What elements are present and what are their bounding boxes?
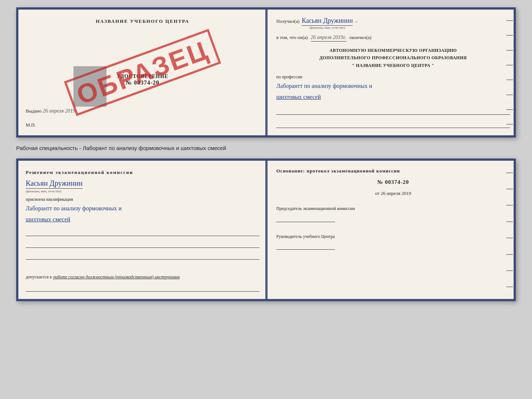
upper-cert-title: НАЗВАНИЕ УЧЕБНОГО ЦЕНТРА: [26, 18, 259, 24]
poluchil-label: Получил(а): [276, 18, 299, 24]
qualification-line2: шихтовых смесей: [26, 215, 259, 224]
prisvoena-label: присвоена квалификация: [26, 197, 259, 202]
dopuskaetsya-block: допускается к работе согласно должностны…: [26, 267, 259, 280]
lower-spine-lines: [506, 161, 514, 299]
rukovoditel-label: Руководитель учебного Центра: [276, 233, 510, 240]
lower-underline-2: [26, 240, 259, 248]
underline-1: [276, 107, 510, 115]
issued-line: Выдано 26 апреля 2019: [26, 108, 259, 114]
vtom-line: в том, что он(а) 26 апреля 2019г. окончи…: [276, 35, 510, 42]
lower-name-block: Касьян Дружинин (фамилия, имя, отчество): [26, 179, 259, 193]
rukovoditel-block: Руководитель учебного Центра: [276, 233, 510, 250]
osnovanie-header: Основание: протокол экзаменационной коми…: [276, 168, 510, 174]
org-block: АВТОНОМНУЮ НЕКОММЕРЧЕСКУЮ ОРГАНИЗАЦИЮ ДО…: [276, 47, 510, 69]
lower-underline-4: [26, 284, 259, 292]
underline-2: [276, 120, 510, 128]
org-line3: " НАЗВАНИЕ УЧЕБНОГО ЦЕНТРА ": [276, 62, 510, 69]
lower-underline-1: [26, 228, 259, 236]
lower-left-page: Решением экзаменационной комиссии Касьян…: [18, 161, 267, 299]
photo-placeholder: [73, 66, 107, 107]
profession-line2: шихтовых смесей: [276, 92, 510, 102]
profession-line1: Лаборантт по анализу формовочных и: [276, 81, 510, 91]
predsedatel-label: Председатель экзаменационной комиссии: [276, 205, 510, 212]
dopuskaetsya-label: допускается к: [26, 274, 52, 280]
lower-certificate-spread: Решением экзаменационной комиссии Касьян…: [16, 158, 516, 301]
completion-date: 26 апреля 2019г.: [311, 35, 346, 42]
poluchil-line: Получил(а) Касьян Дружинин (фамилия, имя…: [276, 17, 510, 29]
dash: –: [355, 18, 357, 24]
upper-left-page: НАЗВАНИЕ УЧЕБНОГО ЦЕНТРА УДОСТОВЕРЕНИЕ №…: [18, 10, 267, 135]
lower-right-page: Основание: протокол экзаменационной коми…: [267, 161, 514, 299]
okonchil-label: окончил(а): [349, 35, 371, 40]
upper-certificate-spread: НАЗВАНИЕ УЧЕБНОГО ЦЕНТРА УДОСТОВЕРЕНИЕ №…: [16, 7, 516, 138]
recipient-name: Касьян Дружинин: [302, 17, 353, 26]
dopuskaetsya-text: работе согласно должностным (производств…: [53, 274, 180, 280]
resheniem-header: Решением экзаменационной комиссии: [26, 170, 259, 175]
proto-number: № 00374-20: [276, 179, 510, 185]
upper-right-page: Получил(а) Касьян Дружинин (фамилия, имя…: [267, 10, 514, 135]
cert-number: № 00374-20: [126, 79, 159, 86]
profession-block: по профессии Лаборантт по анализу формов…: [276, 74, 510, 101]
org-line1: АВТОНОМНУЮ НЕКОММЕРЧЕСКУЮ ОРГАНИЗАЦИЮ: [276, 47, 510, 54]
lower-recipient-name: Касьян Дружинин: [26, 179, 83, 189]
org-line2: ДОПОЛНИТЕЛЬНОГО ПРОФЕССИОНАЛЬНОГО ОБРАЗО…: [276, 54, 510, 61]
po-professii-label: по профессии: [276, 74, 510, 80]
middle-specialty-text: Рабочая специальность - Лаборант по анал…: [16, 143, 516, 153]
predsedatel-signature: [276, 215, 335, 222]
name-hint: (фамилия, имя, отчество): [302, 26, 353, 29]
qualification-block: присвоена квалификация Лаборантт по анал…: [26, 197, 259, 224]
vtom-label: в том, что он(а): [276, 35, 308, 40]
proto-date: от 26 апреля 2019: [276, 190, 510, 196]
lower-underline-3: [26, 252, 259, 260]
mp-label: М.П.: [26, 122, 259, 128]
predsedatel-block: Председатель экзаменационной комиссии: [276, 205, 510, 222]
proto-date-value: 26 апреля 2019: [381, 190, 411, 196]
rukovoditel-signature: [276, 242, 335, 250]
udostoverenie-block: УДОСТОВЕРЕНИЕ № 00374-20: [26, 74, 259, 86]
lower-name-hint: (фамилия, имя, отчество): [26, 189, 259, 193]
udostoverenie-label: УДОСТОВЕРЕНИЕ: [117, 74, 168, 79]
spine-lines: [506, 10, 514, 135]
qualification-line1: Лаборантт по анализу формовочных и: [26, 204, 259, 213]
issued-date: 26 апреля 2019: [43, 108, 75, 114]
